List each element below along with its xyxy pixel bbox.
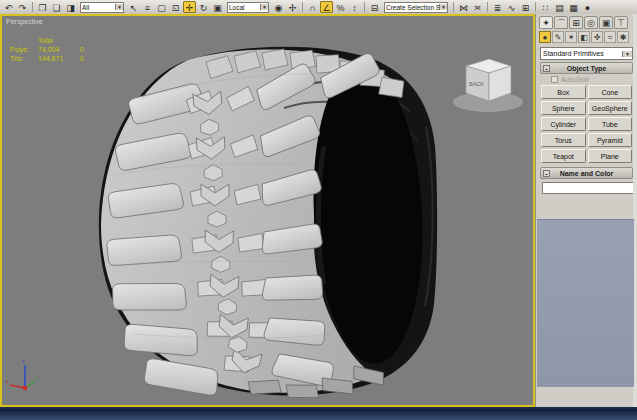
image-shadow [0, 409, 637, 420]
named-selection-sets-icon[interactable]: ⊟ [368, 1, 381, 13]
object-type-rollout-header[interactable]: - Object Type [540, 62, 633, 74]
align-icon[interactable]: ≍ [471, 1, 484, 13]
toolbar-separator [302, 2, 303, 12]
stats-polys-value: 74,004 [38, 45, 80, 54]
select-and-scale-icon[interactable]: ▣ [211, 1, 224, 13]
name-color-rollout-header[interactable]: - Name and Color [540, 167, 633, 179]
primitives-dropdown[interactable]: Standard Primitives ▼ [540, 47, 633, 60]
autogrid-row: AutoGrid [541, 76, 632, 85]
stats-polys-row: Polys: 74,004 0 [10, 45, 84, 54]
primitives-dropdown-value: Standard Primitives [541, 50, 622, 57]
spacewarps-category[interactable]: ≈ [604, 31, 616, 43]
curve-editor-icon[interactable]: ∿ [505, 1, 518, 13]
object-type-title: Object Type [567, 65, 607, 72]
snap-toggle-icon[interactable]: ∩ [306, 1, 319, 13]
object-type-button-geosphere[interactable]: GeoSphere [588, 101, 633, 115]
use-pivot-center-icon[interactable]: ◉ [272, 1, 285, 13]
render-setup-icon[interactable]: ▤ [553, 1, 566, 13]
toolbar-separator [487, 2, 488, 12]
bind-to-spacewarp-icon[interactable]: ◨ [64, 1, 77, 13]
autogrid-checkbox[interactable] [551, 76, 558, 83]
hierarchy-tab[interactable]: ⊞ [569, 16, 583, 29]
create-categories: ●✎✶◧✜≈✱ [536, 30, 637, 45]
quick-render-icon[interactable]: ● [581, 1, 594, 13]
object-type-button-plane[interactable]: Plane [588, 149, 633, 163]
object-type-rollout: - Object Type AutoGrid BoxConeSphereGeoS… [540, 62, 633, 165]
axis-z-label: z [22, 358, 25, 364]
select-by-name-icon[interactable]: ≡ [141, 1, 154, 13]
spinner-snap-icon[interactable]: ↕ [348, 1, 361, 13]
rect-selection-region-icon[interactable]: ▢ [155, 1, 168, 13]
window-crossing-icon[interactable]: ⊡ [169, 1, 182, 13]
undo-icon[interactable]: ↶ [2, 1, 15, 13]
systems-category[interactable]: ✱ [617, 31, 629, 43]
create-tab[interactable]: ✦ [539, 16, 553, 29]
command-panel-tabs: ✦⌒⊞◎▣⊤ [536, 14, 637, 30]
viewport-statistics: Total Polys: 74,004 0 Tris: 144,871 0 [10, 36, 84, 63]
toolbar-separator [535, 2, 536, 12]
object-type-button-box[interactable]: Box [541, 85, 586, 99]
schematic-view-icon[interactable]: ⊞ [519, 1, 532, 13]
toolbar-separator [364, 2, 365, 12]
object-type-button-cylinder[interactable]: Cylinder [541, 117, 586, 131]
object-type-button-tube[interactable]: Tube [588, 117, 633, 131]
rendered-frame-icon[interactable]: ▦ [567, 1, 580, 13]
chevron-down-icon[interactable]: ▼ [622, 51, 632, 57]
object-type-button-teapot[interactable]: Teapot [541, 149, 586, 163]
app-window: ↶↷❐❏◨All▼↖≡▢⊡✛↻▣Local▼◉✢∩∠%↕⊟Create Sele… [0, 0, 637, 407]
stats-tris-row: Tris: 144,871 0 [10, 54, 84, 63]
perspective-viewport[interactable]: BACK x y z Perspective Total [0, 14, 535, 407]
stats-tris-value: 144,871 [38, 54, 80, 63]
reference-coordinate-dropdown-value: Local [228, 4, 260, 11]
material-editor-icon[interactable]: ∷ [539, 1, 552, 13]
chevron-down-icon[interactable]: ▼ [115, 4, 123, 10]
object-type-button-sphere[interactable]: Sphere [541, 101, 586, 115]
axis-x-label: x [6, 378, 9, 384]
name-color-title: Name and Color [560, 170, 614, 177]
track-model[interactable] [99, 47, 437, 403]
collapse-icon[interactable]: - [543, 65, 550, 72]
select-and-rotate-icon[interactable]: ↻ [197, 1, 210, 13]
cameras-category[interactable]: ◧ [578, 31, 590, 43]
stats-tris-label: Tris: [10, 54, 38, 63]
screenshot-frame: ↶↷❐❏◨All▼↖≡▢⊡✛↻▣Local▼◉✢∩∠%↕⊟Create Sele… [0, 0, 637, 420]
viewport-label[interactable]: Perspective [6, 18, 43, 25]
axis-origin [23, 386, 27, 390]
main-toolbar: ↶↷❐❏◨All▼↖≡▢⊡✛↻▣Local▼◉✢∩∠%↕⊟Create Sele… [0, 0, 637, 14]
modify-tab[interactable]: ⌒ [554, 16, 568, 29]
object-type-button-cone[interactable]: Cone [588, 85, 633, 99]
collapse-icon[interactable]: - [543, 170, 550, 177]
select-and-link-icon[interactable]: ❐ [36, 1, 49, 13]
utilities-tab[interactable]: ⊤ [614, 16, 628, 29]
selection-set-dropdown[interactable]: Create Selection Set▼ [384, 2, 448, 13]
viewcube[interactable]: BACK [453, 59, 523, 112]
stats-tris-second: 0 [80, 54, 84, 63]
select-object-icon[interactable]: ↖ [127, 1, 140, 13]
lights-category[interactable]: ✶ [565, 31, 577, 43]
autogrid-label: AutoGrid [561, 76, 589, 83]
display-tab[interactable]: ▣ [599, 16, 613, 29]
chevron-down-icon[interactable]: ▼ [439, 4, 447, 10]
layer-manager-icon[interactable]: ≣ [491, 1, 504, 13]
reference-coordinate-dropdown[interactable]: Local▼ [227, 2, 269, 13]
main-area: BACK x y z Perspective Total [0, 14, 637, 407]
object-type-button-pyramid[interactable]: Pyramid [588, 133, 633, 147]
unlink-selection-icon[interactable]: ❏ [50, 1, 63, 13]
selection-filter-dropdown[interactable]: All▼ [80, 2, 124, 13]
selection-set-dropdown-value: Create Selection Set [385, 4, 439, 11]
select-and-move-icon[interactable]: ✛ [183, 1, 196, 13]
helpers-category[interactable]: ✜ [591, 31, 603, 43]
percent-snap-icon[interactable]: % [334, 1, 347, 13]
object-type-buttons: BoxConeSphereGeoSphereCylinderTubeTorusP… [541, 85, 632, 163]
viewport-canvas[interactable]: BACK x y z [2, 16, 533, 405]
geometry-category[interactable]: ● [539, 31, 551, 43]
object-type-button-torus[interactable]: Torus [541, 133, 586, 147]
shapes-category[interactable]: ✎ [552, 31, 564, 43]
chevron-down-icon[interactable]: ▼ [260, 4, 268, 10]
redo-icon[interactable]: ↷ [16, 1, 29, 13]
motion-tab[interactable]: ◎ [584, 16, 598, 29]
select-and-manipulate-icon[interactable]: ✢ [286, 1, 299, 13]
angle-snap-icon[interactable]: ∠ [320, 1, 333, 13]
object-name-input[interactable] [542, 182, 637, 194]
mirror-icon[interactable]: ⋈ [457, 1, 470, 13]
